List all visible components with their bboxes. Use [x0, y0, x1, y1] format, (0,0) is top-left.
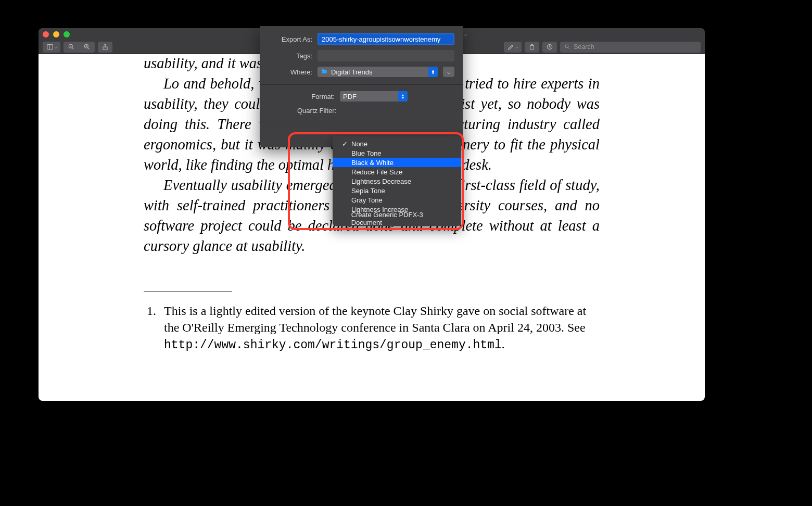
- quartz-filter-menu[interactable]: ✓NoneBlue ToneBlack & WhiteReduce File S…: [333, 136, 461, 226]
- export-sheet: Export As: 2005-shirky-agroupisitsownwor…: [260, 26, 463, 147]
- markup-button[interactable]: ⌵: [504, 42, 522, 53]
- svg-point-12: [565, 45, 568, 48]
- svg-line-3: [72, 48, 74, 49]
- quartz-filter-option[interactable]: Reduce File Size: [333, 167, 461, 176]
- format-label: Format:: [268, 93, 335, 100]
- export-filename-field[interactable]: 2005-shirky-agroupisitsownworstenemy: [318, 33, 454, 45]
- minimize-button[interactable]: [53, 31, 59, 37]
- folder-icon: [321, 68, 328, 76]
- option-label: Gray Tone: [351, 196, 383, 204]
- svg-rect-10: [530, 46, 534, 49]
- export-as-label: Export As:: [268, 35, 312, 43]
- search-field[interactable]: Search: [560, 42, 701, 53]
- option-label: Lightness Decrease: [351, 178, 411, 185]
- svg-line-6: [88, 48, 90, 49]
- option-label: Sepia Tone: [351, 187, 385, 195]
- select-arrows-icon: ▲▼: [428, 67, 438, 77]
- footnote-url: http://www.shirky.com/writings/group_ene…: [164, 338, 502, 352]
- check-icon: ✓: [342, 140, 347, 148]
- quartz-filter-option[interactable]: Lightness Decrease: [333, 176, 461, 186]
- option-label: Blue Tone: [351, 149, 382, 157]
- quartz-filter-option[interactable]: ✓None: [333, 139, 461, 148]
- footnote-area: 1. This is a lightly edited version of t…: [144, 292, 600, 353]
- tags-field[interactable]: [318, 50, 454, 61]
- svg-line-13: [568, 48, 570, 49]
- option-label: None: [351, 140, 367, 148]
- zoom-in-button[interactable]: [79, 42, 95, 53]
- svg-rect-0: [47, 44, 53, 49]
- search-icon: [564, 44, 570, 50]
- zoom-group: [64, 42, 95, 53]
- markup-toolbar-button[interactable]: [542, 42, 557, 53]
- zoom-button[interactable]: [64, 31, 70, 37]
- expand-where-button[interactable]: ⌵: [443, 67, 454, 77]
- quartz-filter-option[interactable]: Gray Tone: [333, 195, 461, 205]
- search-placeholder: Search: [574, 43, 594, 50]
- footnote-body: This is a lightly edited version of the …: [164, 303, 600, 353]
- close-button[interactable]: [43, 31, 49, 37]
- quartz-filter-label: Quartz Filter:: [297, 107, 336, 115]
- footnote-1: 1. This is a lightly edited version of t…: [144, 303, 600, 353]
- quartz-filter-option[interactable]: Create Generic PDFX-3 Document: [333, 214, 461, 223]
- option-label: Black & White: [351, 159, 394, 167]
- footnote-separator: [144, 292, 232, 292]
- select-arrows-icon: ▲▼: [398, 91, 408, 102]
- zoom-out-button[interactable]: [64, 42, 79, 53]
- footnote-number: 1.: [144, 303, 156, 353]
- rotate-button[interactable]: [525, 42, 539, 53]
- option-label: Create Generic PDFX-3 Document: [351, 211, 452, 226]
- sidebar-toggle-button[interactable]: ⌵: [43, 42, 60, 53]
- tags-label: Tags:: [268, 52, 312, 60]
- chevron-down-icon: ⌵: [464, 31, 467, 37]
- where-select[interactable]: Digital Trends ▲▼: [318, 67, 438, 77]
- quartz-filter-option[interactable]: Black & White: [333, 158, 461, 167]
- share-button[interactable]: [98, 42, 112, 53]
- quartz-filter-option[interactable]: Blue Tone: [333, 148, 461, 158]
- format-select[interactable]: PDF ▲▼: [340, 91, 408, 102]
- option-label: Reduce File Size: [351, 168, 402, 176]
- quartz-filter-option[interactable]: Sepia Tone: [333, 186, 461, 195]
- window-controls: [43, 31, 70, 37]
- where-label: Where:: [268, 68, 312, 76]
